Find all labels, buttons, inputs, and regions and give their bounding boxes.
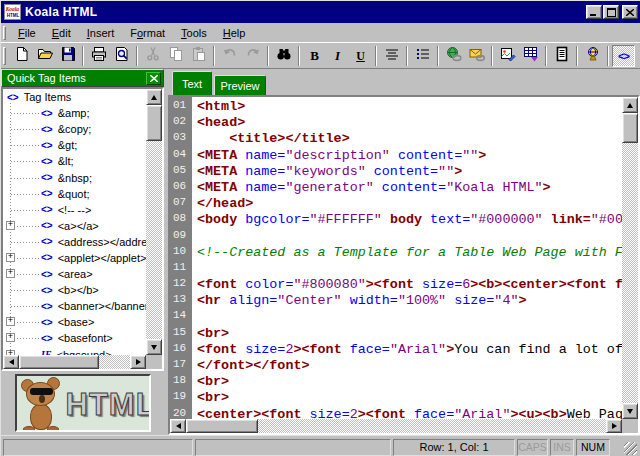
tree-item[interactable]: <>&lt; — [3, 153, 146, 169]
tree-vertical-scrollbar[interactable] — [146, 89, 162, 355]
expand-icon[interactable]: + — [6, 269, 15, 278]
line-number: 12 — [170, 277, 192, 293]
insert-image-button[interactable] — [496, 45, 519, 67]
scrollbar-thumb[interactable] — [186, 419, 258, 433]
scrollbar-thumb[interactable] — [622, 113, 638, 143]
bold-button[interactable]: B — [303, 45, 326, 67]
code-line[interactable]: <META name="keywords" content=""> — [192, 164, 622, 180]
code-line[interactable]: </head> — [192, 196, 622, 212]
close-icon — [150, 75, 158, 82]
scrollbar-thumb[interactable] — [19, 355, 99, 369]
menu-item-tools[interactable]: Tools — [173, 25, 215, 41]
browser-preview-button[interactable] — [581, 45, 604, 67]
scroll-left-button[interactable] — [170, 419, 186, 433]
code-line[interactable]: <hr align="Center" width="100%" size="4"… — [192, 293, 622, 309]
tree-item[interactable]: +<><applet></applet> — [3, 250, 146, 266]
editor-horizontal-scrollbar[interactable] — [170, 419, 622, 433]
open-button[interactable] — [33, 45, 56, 67]
menu-item-insert[interactable]: Insert — [79, 25, 123, 41]
scroll-right-button[interactable] — [130, 355, 146, 369]
tree-item[interactable]: <>&gt; — [3, 137, 146, 153]
menu-item-format[interactable]: Format — [122, 25, 173, 41]
print-preview-button[interactable] — [110, 45, 133, 67]
code-line[interactable]: <font color="#800080"><font size=6><b><c… — [192, 277, 622, 293]
scroll-right-button[interactable] — [606, 419, 622, 433]
code-editor[interactable]: <html><head> <title></title><META name="… — [192, 97, 622, 419]
tree-item[interactable]: +<><a></a> — [3, 218, 146, 234]
email-link-button[interactable] — [465, 45, 488, 67]
minimize-button[interactable] — [586, 5, 602, 19]
tree-item[interactable]: <>&copy; — [3, 121, 146, 137]
expand-icon[interactable]: + — [6, 317, 15, 326]
code-line[interactable]: <head> — [192, 115, 622, 131]
print-button[interactable] — [87, 45, 110, 67]
panel-close-button[interactable] — [146, 72, 161, 85]
scroll-down-button[interactable] — [622, 403, 638, 419]
tree-item[interactable]: +IE<bgsound> — [3, 347, 146, 356]
menubar-gripper[interactable] — [3, 26, 6, 40]
underline-button[interactable]: U — [349, 45, 372, 67]
code-line[interactable]: <title></title> — [192, 131, 622, 147]
code-line[interactable]: <br> — [192, 390, 622, 406]
code-line[interactable]: <center><font size=2><font face="Arial">… — [192, 407, 622, 419]
menu-item-edit[interactable]: Edit — [44, 25, 79, 41]
tree-item[interactable]: <><banner></banner> — [3, 298, 146, 314]
center-align-button[interactable] — [380, 45, 403, 67]
toolbar-gripper[interactable] — [3, 47, 6, 65]
tree-horizontal-scrollbar[interactable] — [3, 355, 146, 369]
maximize-button[interactable] — [603, 5, 619, 19]
document-button[interactable] — [550, 45, 573, 67]
code-token: Web Pag — [567, 407, 622, 419]
title-bar[interactable]: Koala HTML Koala HTML — [1, 1, 640, 23]
code-line[interactable] — [192, 261, 622, 277]
code-line[interactable]: <META name="generator" content="Koala HT… — [192, 180, 622, 196]
close-button[interactable] — [622, 5, 638, 19]
resize-grip[interactable] — [624, 442, 637, 455]
save-button[interactable] — [56, 45, 79, 67]
menu-item-file[interactable]: File — [10, 25, 44, 41]
expand-icon[interactable]: + — [6, 350, 15, 355]
insert-table-button[interactable] — [519, 45, 542, 67]
code-line[interactable]: <font size=2><font face="Arial">You can … — [192, 342, 622, 358]
scroll-up-button[interactable] — [146, 89, 162, 105]
left-arrow-icon — [9, 359, 14, 365]
scrollbar-thumb[interactable] — [146, 105, 162, 141]
menu-item-help[interactable]: Help — [215, 25, 254, 41]
italic-button[interactable]: I — [326, 45, 349, 67]
tree-item[interactable]: <>&quot; — [3, 186, 146, 202]
web-link-button[interactable] — [442, 45, 465, 67]
tag-view-button[interactable]: <> — [612, 45, 635, 67]
tree-item[interactable]: <>&amp; — [3, 105, 146, 121]
editor-vertical-scrollbar[interactable] — [622, 97, 638, 419]
code-line[interactable]: <br> — [192, 326, 622, 342]
scroll-left-button[interactable] — [3, 355, 19, 369]
tree-item[interactable]: +<><base> — [3, 314, 146, 330]
tree-item[interactable]: <><b></b> — [3, 282, 146, 298]
code-line[interactable]: <html> — [192, 99, 622, 115]
scroll-up-button[interactable] — [622, 97, 638, 113]
tab-preview[interactable]: Preview — [214, 75, 266, 95]
find-button[interactable] — [272, 45, 295, 67]
tab-text[interactable]: Text — [172, 71, 212, 95]
scroll-down-button[interactable] — [146, 339, 162, 355]
tree-item[interactable]: +<><basefont> — [3, 330, 146, 346]
tree-item[interactable]: <><address></address> — [3, 234, 146, 250]
expand-icon[interactable]: + — [6, 333, 15, 342]
expand-icon[interactable]: + — [6, 253, 15, 262]
code-line[interactable]: <!--Created as a Template for a Table We… — [192, 245, 622, 261]
bullet-list-button[interactable] — [411, 45, 434, 67]
code-line[interactable]: </font></font> — [192, 358, 622, 374]
code-token: <body — [197, 212, 237, 227]
tree-item[interactable]: <>&nbsp; — [3, 169, 146, 185]
code-line[interactable]: <body bgcolor="#FFFFFF" body text="#0000… — [192, 212, 622, 228]
logo-html-text: HTML — [66, 387, 151, 423]
code-line[interactable] — [192, 229, 622, 245]
code-line[interactable]: <META name="description" content=""> — [192, 148, 622, 164]
tree-root-item[interactable]: <>Tag Items — [3, 89, 146, 105]
new-button[interactable] — [10, 45, 33, 67]
tree-item[interactable]: <><!-- --> — [3, 202, 146, 218]
expand-icon[interactable]: + — [6, 221, 15, 230]
code-line[interactable] — [192, 309, 622, 325]
code-line[interactable]: <br> — [192, 374, 622, 390]
tree-item[interactable]: +<><area> — [3, 266, 146, 282]
